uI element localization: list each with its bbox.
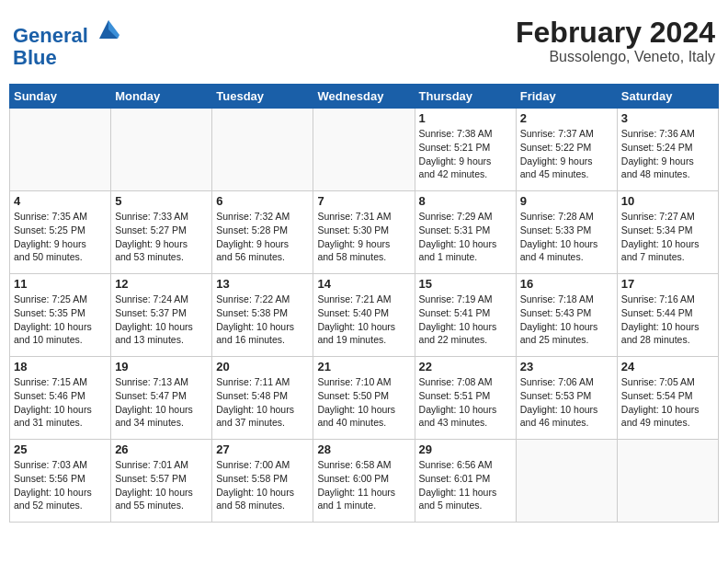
cell-content: Sunrise: 7:11 AM Sunset: 5:48 PM Dayligh… xyxy=(216,375,309,430)
day-number: 13 xyxy=(216,277,309,291)
day-number: 9 xyxy=(520,194,613,208)
calendar-cell xyxy=(516,440,617,523)
cell-content: Sunrise: 6:58 AM Sunset: 6:00 PM Dayligh… xyxy=(317,458,410,512)
cell-content: Sunrise: 7:33 AM Sunset: 5:27 PM Dayligh… xyxy=(115,210,208,264)
cell-content: Sunrise: 7:36 AM Sunset: 5:24 PM Dayligh… xyxy=(621,127,714,181)
cell-content: Sunrise: 7:25 AM Sunset: 5:35 PM Dayligh… xyxy=(14,293,107,347)
calendar-cell: 29Sunrise: 6:56 AM Sunset: 6:01 PM Dayli… xyxy=(415,440,516,523)
calendar-cell: 20Sunrise: 7:11 AM Sunset: 5:48 PM Dayli… xyxy=(212,357,313,440)
calendar-cell: 16Sunrise: 7:18 AM Sunset: 5:43 PM Dayli… xyxy=(516,274,617,357)
calendar-cell: 14Sunrise: 7:21 AM Sunset: 5:40 PM Dayli… xyxy=(313,274,415,357)
calendar-cell: 8Sunrise: 7:29 AM Sunset: 5:31 PM Daylig… xyxy=(415,191,516,274)
calendar-cell: 26Sunrise: 7:01 AM Sunset: 5:57 PM Dayli… xyxy=(111,440,212,523)
day-number: 2 xyxy=(520,111,613,125)
day-header-wednesday: Wednesday xyxy=(313,85,415,109)
location: Bussolengo, Veneto, Italy xyxy=(516,49,715,65)
calendar-cell: 19Sunrise: 7:13 AM Sunset: 5:47 PM Dayli… xyxy=(111,357,212,440)
day-number: 14 xyxy=(317,277,410,291)
day-header-tuesday: Tuesday xyxy=(212,85,313,109)
day-number: 16 xyxy=(520,277,613,291)
month-year: February 2024 xyxy=(516,17,715,49)
calendar-cell: 5Sunrise: 7:33 AM Sunset: 5:27 PM Daylig… xyxy=(111,191,212,274)
calendar-cell: 12Sunrise: 7:24 AM Sunset: 5:37 PM Dayli… xyxy=(111,274,212,357)
calendar-cell: 27Sunrise: 7:00 AM Sunset: 5:58 PM Dayli… xyxy=(212,440,313,523)
calendar-cell: 11Sunrise: 7:25 AM Sunset: 5:35 PM Dayli… xyxy=(10,274,111,357)
day-number: 28 xyxy=(317,442,410,456)
day-number: 7 xyxy=(317,194,410,208)
title-block: February 2024 Bussolengo, Veneto, Italy xyxy=(516,17,715,65)
cell-content: Sunrise: 7:03 AM Sunset: 5:56 PM Dayligh… xyxy=(14,458,107,512)
day-header-friday: Friday xyxy=(516,85,617,109)
calendar-cell: 4Sunrise: 7:35 AM Sunset: 5:25 PM Daylig… xyxy=(10,191,111,274)
day-number: 10 xyxy=(621,194,714,208)
day-number: 29 xyxy=(419,442,512,456)
page-header: General Blue February 2024 Bussolengo, V… xyxy=(9,9,719,76)
calendar-cell: 23Sunrise: 7:06 AM Sunset: 5:53 PM Dayli… xyxy=(516,357,617,440)
calendar-cell: 25Sunrise: 7:03 AM Sunset: 5:56 PM Dayli… xyxy=(10,440,111,523)
cell-content: Sunrise: 7:05 AM Sunset: 5:54 PM Dayligh… xyxy=(621,375,714,430)
day-number: 21 xyxy=(317,360,410,373)
cell-content: Sunrise: 7:35 AM Sunset: 5:25 PM Dayligh… xyxy=(14,210,107,264)
calendar-cell: 15Sunrise: 7:19 AM Sunset: 5:41 PM Dayli… xyxy=(415,274,516,357)
cell-content: Sunrise: 7:18 AM Sunset: 5:43 PM Dayligh… xyxy=(520,293,613,347)
day-number: 8 xyxy=(419,194,512,208)
logo-icon xyxy=(96,17,121,42)
day-number: 22 xyxy=(419,360,512,373)
cell-content: Sunrise: 7:24 AM Sunset: 5:37 PM Dayligh… xyxy=(115,293,208,347)
cell-content: Sunrise: 7:31 AM Sunset: 5:30 PM Dayligh… xyxy=(317,210,410,264)
cell-content: Sunrise: 7:28 AM Sunset: 5:33 PM Dayligh… xyxy=(520,210,613,264)
calendar-cell: 2Sunrise: 7:37 AM Sunset: 5:22 PM Daylig… xyxy=(516,109,617,191)
day-header-thursday: Thursday xyxy=(415,85,516,109)
cell-content: Sunrise: 7:29 AM Sunset: 5:31 PM Dayligh… xyxy=(419,210,512,264)
day-number: 24 xyxy=(621,360,714,373)
calendar-cell: 9Sunrise: 7:28 AM Sunset: 5:33 PM Daylig… xyxy=(516,191,617,274)
calendar-week-2: 4Sunrise: 7:35 AM Sunset: 5:25 PM Daylig… xyxy=(10,191,719,274)
logo-general: General xyxy=(13,24,88,47)
day-number: 5 xyxy=(115,194,208,208)
calendar-cell: 24Sunrise: 7:05 AM Sunset: 5:54 PM Dayli… xyxy=(617,357,718,440)
day-number: 19 xyxy=(115,360,208,373)
day-number: 27 xyxy=(216,442,309,456)
day-header-saturday: Saturday xyxy=(617,85,718,109)
cell-content: Sunrise: 6:56 AM Sunset: 6:01 PM Dayligh… xyxy=(419,458,512,512)
day-number: 17 xyxy=(621,277,714,291)
logo: General Blue xyxy=(13,17,121,69)
day-number: 15 xyxy=(419,277,512,291)
calendar-cell xyxy=(111,109,212,191)
day-number: 23 xyxy=(520,360,613,373)
calendar-cell: 6Sunrise: 7:32 AM Sunset: 5:28 PM Daylig… xyxy=(212,191,313,274)
calendar-cell: 28Sunrise: 6:58 AM Sunset: 6:00 PM Dayli… xyxy=(313,440,415,523)
cell-content: Sunrise: 7:13 AM Sunset: 5:47 PM Dayligh… xyxy=(115,375,208,430)
calendar-week-4: 18Sunrise: 7:15 AM Sunset: 5:46 PM Dayli… xyxy=(10,357,719,440)
cell-content: Sunrise: 7:22 AM Sunset: 5:38 PM Dayligh… xyxy=(216,293,309,347)
calendar-cell: 17Sunrise: 7:16 AM Sunset: 5:44 PM Dayli… xyxy=(617,274,718,357)
cell-content: Sunrise: 7:19 AM Sunset: 5:41 PM Dayligh… xyxy=(419,293,512,347)
calendar-cell xyxy=(617,440,718,523)
cell-content: Sunrise: 7:01 AM Sunset: 5:57 PM Dayligh… xyxy=(115,458,208,512)
day-number: 1 xyxy=(419,111,512,125)
cell-content: Sunrise: 7:08 AM Sunset: 5:51 PM Dayligh… xyxy=(419,375,512,430)
calendar-cell: 13Sunrise: 7:22 AM Sunset: 5:38 PM Dayli… xyxy=(212,274,313,357)
day-number: 6 xyxy=(216,194,309,208)
day-header-monday: Monday xyxy=(111,85,212,109)
calendar-cell: 3Sunrise: 7:36 AM Sunset: 5:24 PM Daylig… xyxy=(617,109,718,191)
calendar-header-row: SundayMondayTuesdayWednesdayThursdayFrid… xyxy=(10,85,719,109)
cell-content: Sunrise: 7:27 AM Sunset: 5:34 PM Dayligh… xyxy=(621,210,714,264)
day-number: 3 xyxy=(621,111,714,125)
calendar-week-5: 25Sunrise: 7:03 AM Sunset: 5:56 PM Dayli… xyxy=(10,440,719,523)
cell-content: Sunrise: 7:21 AM Sunset: 5:40 PM Dayligh… xyxy=(317,293,410,347)
day-number: 20 xyxy=(216,360,309,373)
cell-content: Sunrise: 7:37 AM Sunset: 5:22 PM Dayligh… xyxy=(520,127,613,181)
day-number: 26 xyxy=(115,442,208,456)
calendar-cell: 22Sunrise: 7:08 AM Sunset: 5:51 PM Dayli… xyxy=(415,357,516,440)
calendar-cell: 10Sunrise: 7:27 AM Sunset: 5:34 PM Dayli… xyxy=(617,191,718,274)
cell-content: Sunrise: 7:15 AM Sunset: 5:46 PM Dayligh… xyxy=(14,375,107,430)
calendar-cell xyxy=(313,109,415,191)
calendar-cell: 1Sunrise: 7:38 AM Sunset: 5:21 PM Daylig… xyxy=(415,109,516,191)
logo-blue: Blue xyxy=(13,46,57,69)
day-number: 12 xyxy=(115,277,208,291)
calendar-cell: 21Sunrise: 7:10 AM Sunset: 5:50 PM Dayli… xyxy=(313,357,415,440)
calendar-cell xyxy=(212,109,313,191)
cell-content: Sunrise: 7:32 AM Sunset: 5:28 PM Dayligh… xyxy=(216,210,309,264)
day-number: 11 xyxy=(14,277,107,291)
